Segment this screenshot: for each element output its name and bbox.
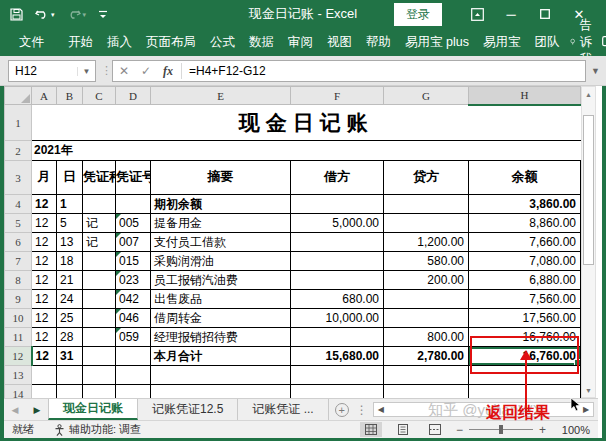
zoom-out-button[interactable]: − [456, 423, 463, 437]
cell-g9[interactable] [384, 290, 469, 309]
header-debit[interactable]: 借方 [291, 161, 384, 195]
page-break-view-button[interactable] [424, 422, 446, 437]
column-header-e[interactable]: E [151, 87, 291, 105]
tab-formulas[interactable]: 公式 [203, 29, 242, 56]
column-header-c[interactable]: C [83, 87, 116, 105]
tab-yiyongbao[interactable]: 易用宝 [476, 29, 528, 56]
cell-f7[interactable] [291, 252, 384, 271]
sheet-nav-right-icon[interactable]: ▶ [26, 399, 48, 420]
cell-e11[interactable]: 经理报销招待费 [151, 328, 291, 347]
cell-a4[interactable]: 12 [32, 195, 57, 214]
cell-b12[interactable]: 31 [57, 347, 83, 366]
row-header-11[interactable]: 11 [5, 328, 32, 347]
cell-c12[interactable] [83, 347, 116, 366]
row-header-12[interactable]: 12 [5, 347, 32, 366]
tab-home[interactable]: 开始 [61, 29, 100, 56]
cell-c10[interactable] [83, 309, 116, 328]
cell-d10[interactable]: 046 [116, 309, 151, 328]
tab-file[interactable]: 文件 [12, 29, 51, 56]
cell-g11[interactable]: 800.00 [384, 328, 469, 347]
cell-h13[interactable] [469, 366, 581, 385]
header-voucher-type[interactable]: 凭证种类 [83, 161, 116, 195]
insert-function-icon[interactable]: fx [157, 64, 179, 79]
cancel-formula-icon[interactable]: ✕ [113, 64, 135, 78]
cell-h12-selected[interactable]: 16,760.00 [469, 347, 581, 366]
cell-c5[interactable]: 记 [83, 214, 116, 233]
year-cell[interactable]: 2021年 [32, 141, 581, 161]
cell-e14[interactable] [151, 385, 291, 399]
hscroll-right-icon[interactable]: ▶ [579, 403, 593, 416]
cell-f8[interactable] [291, 271, 384, 290]
zoom-slider[interactable] [469, 429, 533, 430]
cell-e4[interactable]: 期初余额 [151, 195, 291, 214]
cell-b11[interactable]: 28 [57, 328, 83, 347]
row-header-8[interactable]: 8 [5, 271, 32, 290]
cell-a9[interactable]: 12 [32, 290, 57, 309]
cell-g4[interactable] [384, 195, 469, 214]
sheet-tab-cash-journal[interactable]: 现金日记账 [48, 399, 138, 420]
cell-a12[interactable]: 12 [32, 347, 57, 366]
cell-g14[interactable] [384, 385, 469, 399]
sheet-options-icon[interactable]: ⋮ [355, 399, 369, 420]
zoom-level[interactable]: 100% [556, 424, 590, 436]
cell-h6[interactable]: 7,660.00 [469, 233, 581, 252]
cell-h10[interactable]: 17,560.00 [469, 309, 581, 328]
column-header-f[interactable]: F [291, 87, 384, 105]
cell-a7[interactable]: 12 [32, 252, 57, 271]
tab-review[interactable]: 审阅 [281, 29, 320, 56]
cell-a6[interactable]: 12 [32, 233, 57, 252]
cell-h14[interactable] [469, 385, 581, 399]
cell-f11[interactable] [291, 328, 384, 347]
customize-qat-icon[interactable] [98, 9, 108, 20]
cell-h5[interactable]: 8,860.00 [469, 214, 581, 233]
formula-bar-splitter[interactable]: ⋮ [101, 64, 112, 77]
row-header-7[interactable]: 7 [5, 252, 32, 271]
cell-e5[interactable]: 提备用金 [151, 214, 291, 233]
tab-help[interactable]: 帮助 [359, 29, 398, 56]
cell-f4[interactable] [291, 195, 384, 214]
cell-e6[interactable]: 支付员工借款 [151, 233, 291, 252]
normal-view-button[interactable] [360, 422, 382, 437]
cell-a10[interactable]: 12 [32, 309, 57, 328]
cell-d8[interactable]: 023 [116, 271, 151, 290]
scroll-down-icon[interactable]: ▼ [582, 383, 595, 397]
row-header-4[interactable]: 4 [5, 195, 32, 214]
row-header-5[interactable]: 5 [5, 214, 32, 233]
header-summary[interactable]: 摘要 [151, 161, 291, 195]
select-all-corner[interactable] [5, 87, 32, 105]
name-box-dropdown-icon[interactable]: ▼ [77, 67, 95, 76]
cell-h11[interactable]: 16,760.00 [469, 328, 581, 347]
close-button[interactable]: ✕ [562, 7, 596, 22]
cell-d11[interactable]: 059 [116, 328, 151, 347]
header-month[interactable]: 月 [32, 161, 57, 195]
cell-h7[interactable]: 7,080.00 [469, 252, 581, 271]
formula-text[interactable]: =H4+F12-G12 [184, 64, 266, 78]
cell-d6[interactable]: 007 [116, 233, 151, 252]
zoom-slider-thumb[interactable] [499, 425, 503, 434]
header-day[interactable]: 日 [57, 161, 83, 195]
cell-f14[interactable] [291, 385, 384, 399]
cell-f13[interactable] [291, 366, 384, 385]
cell-b4[interactable]: 1 [57, 195, 83, 214]
column-header-a[interactable]: A [32, 87, 57, 105]
cell-c7[interactable] [83, 252, 116, 271]
cell-c13[interactable] [83, 366, 116, 385]
sheet-tab-voucher-12-5[interactable]: 记账凭证12.5 [138, 399, 238, 420]
cell-g8[interactable]: 200.00 [384, 271, 469, 290]
cell-e13[interactable] [151, 366, 291, 385]
header-credit[interactable]: 贷方 [384, 161, 469, 195]
cell-d4[interactable] [116, 195, 151, 214]
row-header-13[interactable]: 13 [5, 366, 32, 385]
minimize-button[interactable]: ─ [494, 7, 528, 22]
cell-e8[interactable]: 员工报销汽油费 [151, 271, 291, 290]
vertical-scrollbar[interactable]: ▲ ▼ [581, 86, 596, 398]
maximize-button[interactable] [528, 7, 562, 22]
header-balance[interactable]: 余额 [469, 161, 581, 195]
row-header-14[interactable]: 14 [5, 385, 32, 399]
cell-a8[interactable]: 12 [32, 271, 57, 290]
zoom-in-button[interactable]: + [539, 423, 546, 437]
cell-g6[interactable]: 1,200.00 [384, 233, 469, 252]
cell-g7[interactable]: 580.00 [384, 252, 469, 271]
accessibility-checker[interactable]: 辅助功能: 调查 [54, 422, 141, 437]
cell-c6[interactable]: 记 [83, 233, 116, 252]
